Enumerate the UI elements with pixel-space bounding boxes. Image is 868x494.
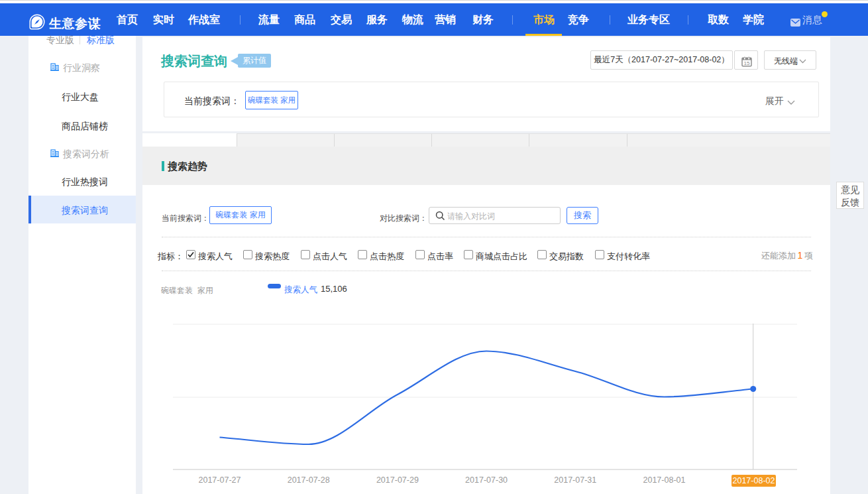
svg-text:2017-07-28: 2017-07-28 bbox=[288, 475, 330, 485]
svg-text:15: 15 bbox=[744, 60, 750, 66]
svg-text:2017-08-02: 2017-08-02 bbox=[733, 476, 775, 485]
svg-text:2017-08-01: 2017-08-01 bbox=[643, 475, 686, 485]
svg-text:2017-07-31: 2017-07-31 bbox=[554, 475, 596, 485]
svg-text:2017-07-30: 2017-07-30 bbox=[465, 475, 508, 485]
svg-text:2017-07-27: 2017-07-27 bbox=[199, 475, 241, 485]
svg-text:2017-07-29: 2017-07-29 bbox=[376, 475, 419, 485]
